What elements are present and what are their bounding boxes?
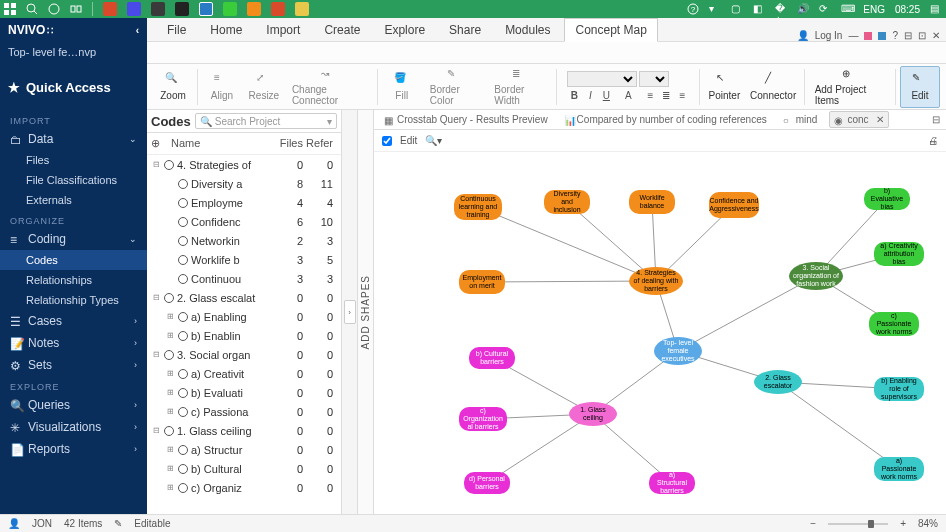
edit-checkbox[interactable]	[382, 136, 392, 146]
rb-min[interactable]: ⊟	[904, 30, 912, 41]
code-row[interactable]: Networkin23	[147, 231, 341, 250]
col-refer[interactable]: Refer	[303, 137, 337, 150]
fill-button[interactable]: 🪣Fill	[382, 66, 422, 108]
align-button[interactable]: ≡Align	[202, 66, 242, 108]
expand-icon[interactable]: ⊞	[165, 407, 175, 416]
sidebar-item-codes[interactable]: Codes	[0, 250, 147, 270]
align-right-button[interactable]: ≡	[675, 89, 689, 103]
sidebar-item-relationships[interactable]: Relationships	[0, 270, 147, 290]
map-node[interactable]: a) Creativity attribution bias	[874, 242, 924, 266]
code-radio[interactable]	[178, 407, 188, 417]
app-icon-nvivo[interactable]	[199, 2, 213, 16]
map-node[interactable]: a) Structural barriers	[649, 472, 695, 494]
app-icon-2[interactable]	[127, 2, 141, 16]
code-radio[interactable]	[164, 350, 174, 360]
map-node[interactable]: Worklife balance	[629, 190, 675, 214]
canvas-tab-3[interactable]: ◉conc✕	[829, 111, 888, 128]
edit-button[interactable]: ✎Edit	[900, 66, 940, 108]
canvas-tab-2[interactable]: ○mind	[779, 112, 822, 127]
expand-icon[interactable]: ⊞	[165, 464, 175, 473]
sidebar-item-externals[interactable]: Externals	[0, 190, 147, 210]
code-row[interactable]: Confidenc610	[147, 212, 341, 231]
expand-all-icon[interactable]: ⊕	[151, 137, 171, 150]
sidebar-item-data[interactable]: 🗀Data⌄	[0, 128, 147, 150]
login-link[interactable]: Log In	[815, 30, 843, 41]
code-radio[interactable]	[178, 274, 188, 284]
map-node[interactable]: c) Organization al barriers	[459, 407, 507, 431]
sidebar-item-rel-types[interactable]: Relationship Types	[0, 290, 147, 310]
border-width-button[interactable]: ≣Border Width	[488, 66, 552, 108]
code-row[interactable]: ⊞c) Organiz00	[147, 478, 341, 497]
help-icon[interactable]: ?	[687, 3, 699, 15]
pointer-button[interactable]: ↖Pointer	[704, 66, 744, 108]
expand-icon[interactable]: ⊟	[151, 160, 161, 169]
expand-icon[interactable]: ⊞	[165, 388, 175, 397]
map-node[interactable]: Employment on merit	[459, 270, 505, 294]
map-node[interactable]: b) Cultural barriers	[469, 347, 515, 369]
search-dropdown-icon[interactable]: ▾	[327, 116, 332, 127]
align-center-button[interactable]: ≣	[659, 89, 673, 103]
tab-home[interactable]: Home	[200, 19, 252, 41]
expand-icon[interactable]: ⊟	[151, 426, 161, 435]
add-shapes-panel[interactable]: ADD SHAPES	[358, 110, 374, 514]
rb-ico1[interactable]	[864, 32, 872, 40]
zoom-button[interactable]: 🔍Zoom	[153, 66, 193, 108]
code-radio[interactable]	[178, 236, 188, 246]
rb-ico2[interactable]	[878, 32, 886, 40]
sidebar-item-coding[interactable]: ≡Coding⌄	[0, 228, 147, 250]
panel-divider[interactable]: ›	[342, 110, 358, 514]
cortana-icon[interactable]	[48, 3, 60, 15]
expand-icon[interactable]: ⊟	[151, 293, 161, 302]
close-tab-icon[interactable]: ✕	[876, 114, 884, 125]
code-row[interactable]: ⊞a) Structur00	[147, 440, 341, 459]
sidebar-item-notes[interactable]: 📝Notes›	[0, 332, 147, 354]
bold-button[interactable]: B	[567, 89, 581, 103]
app-icon-5[interactable]	[223, 2, 237, 16]
code-radio[interactable]	[164, 426, 174, 436]
sidebar-item-visualizations[interactable]: ✳Visualizations›	[0, 416, 147, 438]
code-radio[interactable]	[178, 445, 188, 455]
map-node[interactable]: Top- level female executives	[654, 337, 702, 365]
map-node[interactable]: Diversity and inclusion	[544, 190, 590, 214]
code-row[interactable]: ⊞a) Enabling00	[147, 307, 341, 326]
font-size-select[interactable]	[639, 71, 669, 87]
tab-import[interactable]: Import	[256, 19, 310, 41]
app-icon-8[interactable]	[295, 2, 309, 16]
login-icon[interactable]: 👤	[797, 30, 809, 41]
language-indicator[interactable]: ENG	[863, 4, 885, 15]
italic-button[interactable]: I	[583, 89, 597, 103]
change-connector-button[interactable]: ↝Change Connector	[286, 66, 373, 108]
border-color-button[interactable]: ✎Border Color	[424, 66, 487, 108]
underline-button[interactable]: U	[599, 89, 613, 103]
zoom-out-button[interactable]: −	[810, 518, 816, 529]
code-row[interactable]: ⊟3. Social organ00	[147, 345, 341, 364]
tab-share[interactable]: Share	[439, 19, 491, 41]
code-row[interactable]: ⊞b) Cultural00	[147, 459, 341, 478]
zoom-slider[interactable]	[828, 523, 888, 525]
code-radio[interactable]	[178, 331, 188, 341]
tab-create[interactable]: Create	[314, 19, 370, 41]
code-radio[interactable]	[164, 293, 174, 303]
code-radio[interactable]	[178, 217, 188, 227]
expand-icon[interactable]: ⊟	[151, 350, 161, 359]
code-radio[interactable]	[178, 483, 188, 493]
concept-map-canvas[interactable]: Top- level female executives4. Strategie…	[374, 152, 946, 514]
code-row[interactable]: ⊞c) Passiona00	[147, 402, 341, 421]
col-files[interactable]: Files	[271, 137, 303, 150]
map-node[interactable]: 1. Glass ceiling	[569, 402, 617, 426]
code-radio[interactable]	[178, 179, 188, 189]
rb-help[interactable]: ?	[892, 30, 898, 41]
sidebar-item-cases[interactable]: ☰Cases›	[0, 310, 147, 332]
expand-icon[interactable]: ⊞	[165, 331, 175, 340]
keyboard-icon[interactable]: ⌨	[841, 3, 853, 15]
code-radio[interactable]	[164, 160, 174, 170]
code-radio[interactable]	[178, 312, 188, 322]
search-input[interactable]: 🔍 Search Project ▾	[195, 113, 337, 129]
app-icon-4[interactable]	[175, 2, 189, 16]
map-node[interactable]: a) Passionate work norms	[874, 457, 924, 481]
volume-icon[interactable]: 🔊	[797, 3, 809, 15]
code-row[interactable]: ⊞b) Evaluati00	[147, 383, 341, 402]
font-color-button[interactable]: A	[621, 89, 635, 103]
toolbar-zoom-icon[interactable]: 🔍▾	[425, 135, 442, 146]
app-icon-1[interactable]	[103, 2, 117, 16]
